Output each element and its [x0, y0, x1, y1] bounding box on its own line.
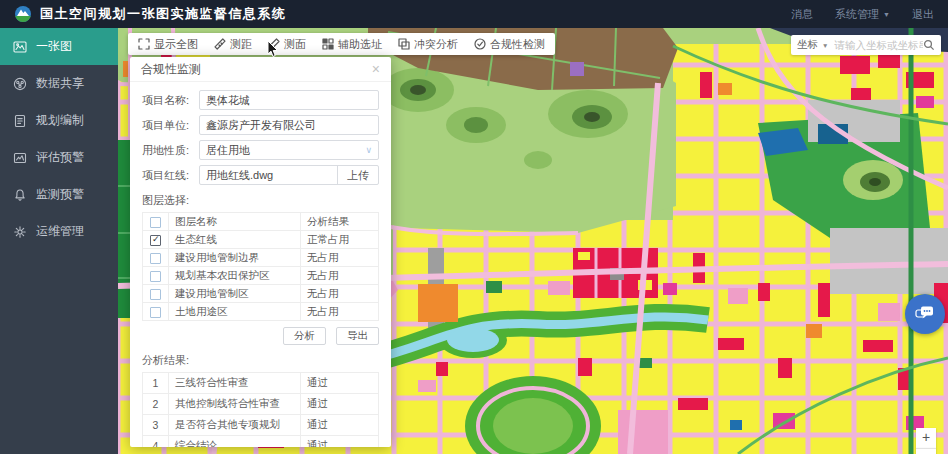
- measure-area-button[interactable]: 测面: [268, 37, 306, 52]
- sidebar-nav: 一张图 数据共享 规划编制 评估预警 监测预警 运维管理: [0, 28, 118, 454]
- conflict-analysis-button[interactable]: 冲突分析: [398, 37, 458, 52]
- layer-table: 图层名称 分析结果 ✓ 生态红线 正常占用 建设用地管制边界 无占用 规划基本农…: [142, 212, 379, 321]
- application-window: 国土空间规划一张图实施监督信息系统 消息 系统管理 ▼ 退出 一张图 数据共享 …: [0, 0, 948, 454]
- project-unit-label: 项目单位:: [142, 118, 199, 133]
- ruler-icon: [214, 38, 226, 50]
- redline-filename: 用地红线.dwg: [206, 168, 273, 183]
- layer-checkbox[interactable]: [150, 289, 161, 300]
- dialog-title: 合规性监测: [141, 61, 201, 78]
- system-management-menu[interactable]: 系统管理 ▼: [835, 7, 890, 22]
- layer-checkbox-checked[interactable]: ✓: [150, 235, 161, 246]
- project-name-row: 项目名称:: [142, 90, 379, 110]
- analysis-result-label: 分析结果:: [142, 353, 379, 368]
- coordinate-search-box: 坐标 ▼: [791, 35, 941, 55]
- conflict-analysis-icon: [398, 38, 410, 50]
- gear-icon: [13, 225, 27, 239]
- layer-select-label: 图层选择:: [142, 193, 379, 208]
- app-logo-icon: [14, 5, 32, 23]
- logout-link[interactable]: 退出: [912, 7, 934, 22]
- layer-name-header: 图层名称: [169, 213, 301, 231]
- feedback-chat-button[interactable]: [905, 294, 945, 334]
- zoom-in-button[interactable]: +: [916, 428, 936, 448]
- export-button[interactable]: 导出: [336, 327, 379, 345]
- map-image-icon: [13, 40, 27, 54]
- search-mode-caret-icon[interactable]: ▼: [822, 42, 828, 49]
- compliance-check-icon: [474, 38, 486, 50]
- result-row: 4 综合结论 通过: [143, 436, 379, 448]
- result-row: 3 是否符合其他专项规划 通过: [143, 415, 379, 436]
- chat-bubble-icon: [914, 304, 936, 324]
- layer-row: 土地用途区 无占用: [143, 303, 379, 321]
- layer-checkbox[interactable]: [150, 307, 161, 318]
- search-input[interactable]: [834, 39, 923, 51]
- sidebar-item-plan-compilation[interactable]: 规划编制: [0, 102, 118, 139]
- map-zoom-control: + −: [916, 428, 936, 454]
- chart-frame-icon: [13, 151, 27, 165]
- analysis-result-header: 分析结果: [301, 213, 379, 231]
- messages-link[interactable]: 消息: [791, 7, 813, 22]
- close-icon[interactable]: ×: [372, 62, 380, 76]
- zoom-out-button[interactable]: −: [916, 448, 936, 454]
- compliance-check-button[interactable]: 合规性检测: [474, 37, 545, 52]
- layer-checkbox[interactable]: [150, 271, 161, 282]
- area-measure-icon: [268, 38, 280, 50]
- app-header: 国土空间规划一张图实施监督信息系统 消息 系统管理 ▼ 退出: [0, 0, 948, 28]
- project-name-input[interactable]: [206, 94, 372, 106]
- show-full-extent-button[interactable]: 显示全图: [138, 37, 198, 52]
- land-use-type-label: 用地性质:: [142, 143, 199, 158]
- upload-button[interactable]: 上传: [337, 166, 378, 184]
- share-icon: [13, 77, 27, 91]
- layer-row: ✓ 生态红线 正常占用: [143, 231, 379, 249]
- dialog-body: 项目名称: 项目单位: 用地性质: 居住用地 ∨ 项目红线: 用地红线.dwg …: [130, 82, 391, 447]
- compliance-monitoring-dialog: 合规性监测 × 项目名称: 项目单位: 用地性质: 居住用地 ∨ 项目红线:: [130, 57, 391, 447]
- result-table: 1 三线符合性审查 通过 2 其他控制线符合性审查 通过 3 是否符合其他专项规…: [142, 372, 379, 447]
- select-all-checkbox[interactable]: [150, 217, 161, 228]
- layer-row: 建设用地管制边界 无占用: [143, 249, 379, 267]
- layer-row: 规划基本农田保护区 无占用: [143, 267, 379, 285]
- sidebar-item-one-map[interactable]: 一张图: [0, 28, 118, 65]
- sidebar-item-operations-management[interactable]: 运维管理: [0, 213, 118, 250]
- dialog-header: 合规性监测 ×: [130, 57, 391, 82]
- header-nav: 消息 系统管理 ▼ 退出: [791, 7, 934, 22]
- measure-distance-button[interactable]: 测距: [214, 37, 252, 52]
- land-use-type-select[interactable]: 居住用地 ∨: [199, 140, 379, 160]
- sidebar-item-evaluation-warning[interactable]: 评估预警: [0, 139, 118, 176]
- search-mode-select[interactable]: 坐标: [797, 38, 818, 52]
- analyze-button[interactable]: 分析: [283, 327, 326, 345]
- sidebar-item-monitoring-warning[interactable]: 监测预警: [0, 176, 118, 213]
- check-icon: ✓: [152, 234, 160, 244]
- layer-checkbox[interactable]: [150, 253, 161, 264]
- dropdown-caret-icon: ▼: [883, 11, 890, 18]
- project-name-label: 项目名称:: [142, 93, 199, 108]
- full-extent-icon: [138, 38, 150, 50]
- land-use-type-row: 用地性质: 居住用地 ∨: [142, 140, 379, 160]
- site-selection-button[interactable]: 辅助选址: [322, 37, 382, 52]
- project-unit-row: 项目单位:: [142, 115, 379, 135]
- project-redline-row: 项目红线: 用地红线.dwg 上传: [142, 165, 379, 185]
- site-selection-icon: [322, 38, 334, 50]
- bell-icon: [13, 188, 27, 202]
- layer-row: 建设用地管制区 无占用: [143, 285, 379, 303]
- chevron-down-icon: ∨: [365, 145, 372, 155]
- sidebar-item-data-sharing[interactable]: 数据共享: [0, 65, 118, 102]
- app-title: 国土空间规划一张图实施监督信息系统: [40, 5, 287, 23]
- dialog-actions: 分析 导出: [142, 327, 379, 345]
- redline-file-box: 用地红线.dwg 上传: [199, 165, 379, 185]
- layer-table-header-row: 图层名称 分析结果: [143, 213, 379, 231]
- search-icon[interactable]: [923, 39, 935, 51]
- document-edit-icon: [13, 114, 27, 128]
- project-unit-input[interactable]: [206, 119, 372, 131]
- map-toolbar: 显示全图 测距 测面 辅助选址 冲突分析 合规性检测: [128, 33, 555, 55]
- result-row: 2 其他控制线符合性审查 通过: [143, 394, 379, 415]
- project-redline-label: 项目红线:: [142, 168, 199, 183]
- result-row: 1 三线符合性审查 通过: [143, 373, 379, 394]
